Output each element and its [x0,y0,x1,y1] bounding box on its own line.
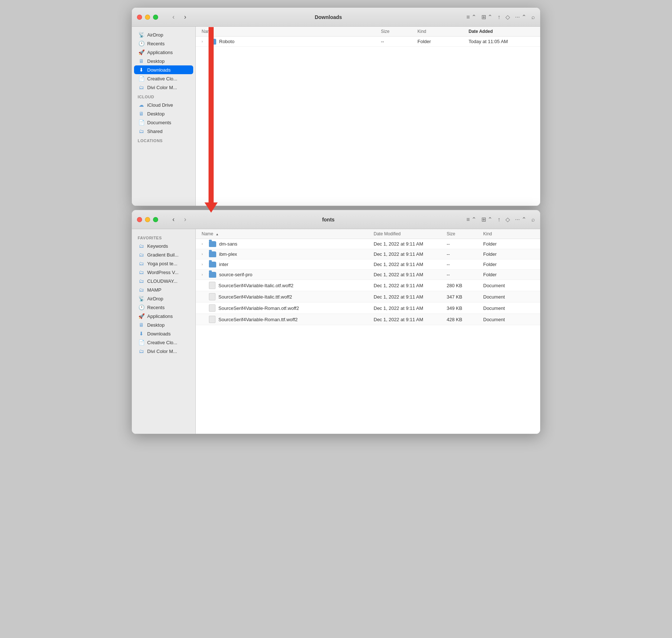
sidebar-item-divi-color-m-2[interactable]: 🗂 Divi Color M... [134,347,193,356]
grid-view-icon-2[interactable]: ⊞ ⌃ [481,216,492,223]
doc-icon-ss4-italic-otf [209,282,215,289]
sidebar-label-icloud-desktop: Desktop [147,111,165,117]
traffic-lights-2 [137,217,158,222]
file-name-source-serif-pro: source-serif-pro [219,272,252,277]
sidebar-item-desktop-2[interactable]: 🖥 Desktop [134,320,193,329]
sidebar-item-icloud-drive[interactable]: ☁ iCloud Drive [134,100,193,109]
doc-icon-ss4-italic-ttf [209,293,215,300]
sidebar-item-applications[interactable]: 🚀 Applications [134,48,193,57]
airdrop-icon-2: 📡 [138,296,144,301]
sidebar-label-keywords: Keywords [147,243,168,249]
applications-icon-2: 🚀 [138,313,144,319]
file-name-dm-sans: dm-sans [219,241,237,247]
back-button[interactable]: ‹ [168,12,179,22]
file-list-1[interactable]: Name Size Kind Date Added › Roboto -- Fo… [196,27,540,206]
sidebar-item-yoga-post-te[interactable]: 🗂 Yoga post te... [134,259,193,268]
sidebar-item-icloud-desktop[interactable]: 🖥 Desktop [134,109,193,118]
file-row-ss4-roman-ttf[interactable]: › SourceSerif4Variable-Roman.ttf.woff2 D… [196,314,540,325]
forward-button[interactable]: › [180,12,190,22]
file-row-inter[interactable]: › inter Dec 1, 2022 at 9:11 AM -- Folder [196,259,540,270]
search-icon-2[interactable]: ⌕ [531,216,535,223]
back-button-2[interactable]: ‹ [168,214,179,225]
doc-icon-ss4-roman-otf [209,304,215,312]
file-date-ibm-plex: Dec 1, 2022 at 9:11 AM [374,251,447,257]
mamp-icon: 🗂 [138,287,144,293]
sidebar-item-wordpress-v[interactable]: 🗂 WordPress V... [134,268,193,277]
close-button-2[interactable] [137,217,142,222]
more-icon-2[interactable]: ··· ⌃ [515,216,526,223]
yoga-icon: 🗂 [138,261,144,266]
sidebar-item-creative-clo[interactable]: 📄 Creative Clo... [134,74,193,83]
icloud-drive-icon: ☁ [138,102,144,108]
maximize-button-2[interactable] [153,217,158,222]
minimize-button-2[interactable] [145,217,150,222]
file-list-2[interactable]: Name ▲ Date Modified Size Kind › dm-sans… [196,229,540,434]
list-view-icon[interactable]: ≡ ⌃ [466,14,476,20]
sidebar-item-airdrop[interactable]: 📡 AirDrop [134,30,193,39]
sidebar-label-downloads-2: Downloads [147,331,171,337]
title-bar-1: ‹ › Downloads ≡ ⌃ ⊞ ⌃ ↑ ◇ ··· ⌃ ⌕ [132,8,540,27]
tag-icon[interactable]: ◇ [505,14,510,20]
sidebar-item-airdrop-2[interactable]: 📡 AirDrop [134,294,193,303]
file-row-ss4-italic-otf[interactable]: › SourceSerif4Variable-Italic.otf.woff2 … [196,280,540,291]
creative-cloud-icon: 📄 [138,76,144,81]
applications-icon: 🚀 [138,49,144,55]
sidebar-item-downloads[interactable]: ⬇ Downloads [134,65,193,74]
file-row-dm-sans[interactable]: › dm-sans Dec 1, 2022 at 9:11 AM -- Fold… [196,239,540,249]
sidebar-item-keywords[interactable]: 🗂 Keywords [134,242,193,250]
col2-size: Size [447,231,483,236]
file-row-roboto[interactable]: › Roboto -- Folder Today at 11:05 AM [196,37,540,47]
expand-arrow-dm-sans[interactable]: › [202,242,206,246]
sidebar-item-recents-2[interactable]: 🕐 Recents [134,303,193,312]
sidebar-label-recents-2: Recents [147,305,165,310]
close-button[interactable] [137,15,142,20]
sidebar-item-divi-color-m[interactable]: 🗂 Divi Color M... [134,83,193,92]
file-list-header-2: Name ▲ Date Modified Size Kind [196,229,540,239]
sidebar-item-applications-2[interactable]: 🚀 Applications [134,312,193,320]
share-icon[interactable]: ↑ [497,14,500,20]
sidebar-item-shared[interactable]: 🗂 Shared [134,127,193,136]
sidebar-item-mamp[interactable]: 🗂 MAMP [134,285,193,294]
recents-icon: 🕐 [138,41,144,46]
toolbar-right-2: ≡ ⌃ ⊞ ⌃ ↑ ◇ ··· ⌃ ⌕ [466,216,535,223]
file-kind-ss4-italic-ttf: Document [483,294,534,300]
file-row-ss4-roman-otf[interactable]: › SourceSerif4Variable-Roman.otf.woff2 D… [196,303,540,314]
sort-arrow: ▲ [215,232,219,236]
minimize-button[interactable] [145,15,150,20]
divi-folder-icon-2: 🗂 [138,348,144,354]
tag-icon-2[interactable]: ◇ [505,216,510,223]
empty-area-1 [196,47,540,193]
sidebar-item-desktop[interactable]: 🖥 Desktop [134,57,193,65]
list-view-icon-2[interactable]: ≡ ⌃ [466,216,476,223]
more-icon[interactable]: ··· ⌃ [515,14,526,20]
file-size-ss4-italic-otf: 280 KB [447,283,483,288]
file-kind-ss4-italic-otf: Document [483,283,534,288]
file-date-dm-sans: Dec 1, 2022 at 9:11 AM [374,241,447,247]
forward-button-2[interactable]: › [180,214,190,225]
finder-window-1: ‹ › Downloads ≡ ⌃ ⊞ ⌃ ↑ ◇ ··· ⌃ ⌕ 📡 AirD… [131,7,541,206]
file-name-cell-roboto: › Roboto [202,39,381,45]
file-row-source-serif-pro[interactable]: › source-serif-pro Dec 1, 2022 at 9:11 A… [196,270,540,280]
sidebar-item-recents[interactable]: 🕐 Recents [134,39,193,48]
expand-arrow-ibm-plex[interactable]: › [202,252,206,256]
traffic-lights-1 [137,15,158,20]
share-icon-2[interactable]: ↑ [497,216,500,223]
sidebar-label-desktop-2: Desktop [147,322,165,328]
file-row-ss4-italic-ttf[interactable]: › SourceSerif4Variable-Italic.ttf.woff2 … [196,291,540,303]
grid-view-icon[interactable]: ⊞ ⌃ [481,14,492,20]
sidebar-item-cloudway[interactable]: 🗂 CLOUDWAY... [134,277,193,285]
search-icon[interactable]: ⌕ [531,14,535,20]
file-row-ibm-plex[interactable]: › ibm-plex Dec 1, 2022 at 9:11 AM -- Fol… [196,249,540,259]
expand-arrow-inter[interactable]: › [202,262,206,266]
file-size-ss4-italic-ttf: 347 KB [447,294,483,300]
sidebar-item-gradient-buil[interactable]: 🗂 Gradient Buil... [134,250,193,259]
file-name-cell-inter: › inter [202,262,374,267]
file-kind-roboto: Folder [417,39,469,44]
sidebar-item-downloads-2[interactable]: ⬇ Downloads [134,329,193,338]
sidebar-item-creative-clo-2[interactable]: 📄 Creative Clo... [134,338,193,347]
expand-arrow-source-serif-pro[interactable]: › [202,273,206,277]
sidebar-item-documents[interactable]: 📄 Documents [134,118,193,127]
maximize-button[interactable] [153,15,158,20]
sidebar-label-yoga-post-te: Yoga post te... [147,261,177,266]
file-kind-ibm-plex: Folder [483,251,534,257]
